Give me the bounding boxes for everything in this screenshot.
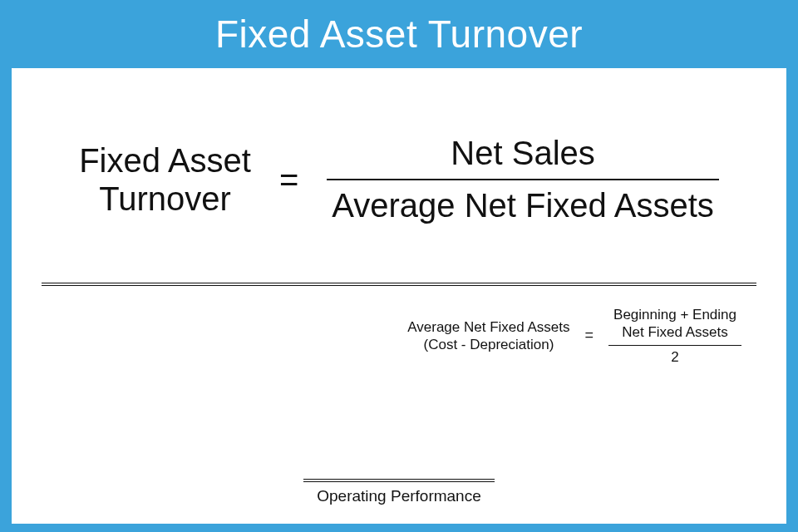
page-title: Fixed Asset Turnover — [0, 0, 798, 68]
sub-denominator: 2 — [671, 346, 678, 366]
main-formula: Fixed Asset Turnover = Net Sales Average… — [12, 135, 786, 224]
sub-num-line2: Net Fixed Assets — [613, 323, 736, 341]
main-numerator: Net Sales — [417, 135, 628, 179]
sub-lhs-line1: Average Net Fixed Assets — [407, 318, 569, 336]
sub-lhs-line2: (Cost - Depreciation) — [407, 336, 569, 353]
main-denominator: Average Net Fixed Assets — [327, 180, 719, 224]
footer: Operating Performance — [303, 479, 495, 505]
main-fraction: Net Sales Average Net Fixed Assets — [327, 135, 719, 224]
sub-num-line1: Beginning + Ending — [613, 306, 736, 323]
section-divider — [42, 283, 756, 286]
lhs-line2: Turnover — [79, 180, 251, 218]
lhs-line1: Fixed Asset — [79, 141, 251, 180]
footer-label: Operating Performance — [303, 487, 495, 505]
sub-numerator: Beginning + Ending Net Fixed Assets — [608, 306, 741, 345]
equals-sign: = — [279, 161, 298, 199]
sub-equals-sign: = — [585, 327, 594, 344]
footer-divider — [303, 479, 495, 482]
sub-formula: Average Net Fixed Assets (Cost - Depreci… — [12, 306, 741, 366]
sub-fraction: Beginning + Ending Net Fixed Assets 2 — [608, 306, 741, 366]
content-card: Fixed Asset Turnover = Net Sales Average… — [12, 68, 786, 524]
sub-formula-lhs: Average Net Fixed Assets (Cost - Depreci… — [407, 318, 569, 354]
main-formula-lhs: Fixed Asset Turnover — [79, 141, 251, 218]
